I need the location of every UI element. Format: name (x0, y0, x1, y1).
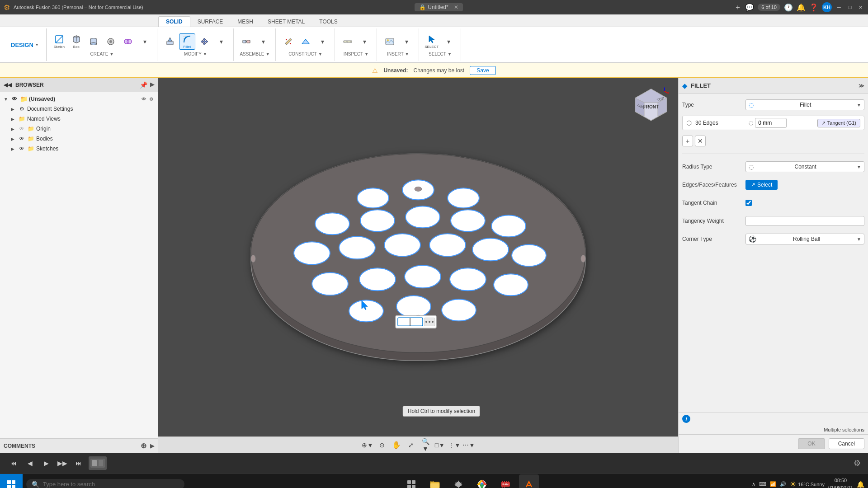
close-button[interactable]: ✕ (857, 4, 864, 11)
cylinder-icon[interactable] (85, 33, 102, 50)
taskbar-file-explorer[interactable] (425, 474, 445, 488)
fillet-radius-type-dropdown[interactable]: ◌ Constant ▼ (745, 161, 864, 172)
svg-point-67 (432, 321, 434, 323)
tab-surface[interactable]: SURFACE (190, 17, 231, 27)
skip-start-button[interactable]: ⏮ (7, 457, 20, 469)
tab-sheet-metal[interactable]: SHEET METAL (260, 17, 312, 27)
tree-item-bodies[interactable]: ▶ 👁 📁 Bodies (0, 134, 158, 144)
comments-expand-icon[interactable]: ▶ (150, 443, 154, 449)
maximize-button[interactable]: □ (846, 4, 854, 11)
add-tab-icon[interactable]: ＋ (734, 3, 741, 12)
notification-icon[interactable]: 🔔 (797, 3, 806, 12)
search-input[interactable] (43, 481, 179, 488)
move-icon[interactable] (196, 33, 212, 50)
chat-icon[interactable]: 💬 (745, 3, 754, 12)
minimize-button[interactable]: ─ (835, 4, 843, 11)
cancel-button[interactable]: Cancel (829, 438, 864, 449)
plane-icon[interactable] (297, 33, 314, 50)
fit-icon[interactable]: ⤢ (405, 439, 417, 451)
save-button[interactable]: Save (470, 66, 495, 75)
construct-more-icon[interactable]: ▾ (315, 33, 331, 50)
design-dropdown-button[interactable]: DESIGN ▼ (7, 40, 42, 50)
select-icon[interactable]: SELECT (424, 33, 440, 50)
tree-action-more[interactable]: ⚙ (148, 96, 154, 102)
help-icon[interactable]: ❓ (809, 3, 818, 12)
tangent-chain-checkbox[interactable] (745, 200, 752, 206)
pan-capture-icon[interactable]: ⊙ (376, 439, 388, 451)
measure-icon[interactable] (280, 33, 297, 50)
folder-icon-sketches: 📁 (27, 145, 34, 152)
tab-mesh[interactable]: MESH (230, 17, 260, 27)
step-back-button[interactable]: ◀ (24, 457, 36, 469)
joint-icon[interactable] (238, 33, 255, 50)
fillet-corner-type-dropdown[interactable]: ⚽ Rolling Ball ▼ (745, 234, 864, 244)
tree-item-origin[interactable]: ▶ 👁 📁 Origin (0, 124, 158, 134)
close-tab-icon[interactable]: ✕ (454, 4, 458, 10)
tree-item-named-views[interactable]: ▶ 📁 Named Views (0, 114, 158, 124)
assemble-more-icon[interactable]: ▾ (255, 33, 272, 50)
animation-frame-icon (89, 456, 107, 470)
image-insert-icon[interactable] (382, 33, 398, 50)
construct-group: ▾ CONSTRUCT ▼ (277, 28, 335, 61)
browser-expand-icon[interactable]: ▶ (150, 81, 154, 89)
add-comment-button[interactable]: ⊕ (141, 441, 146, 450)
fillet-type-dropdown[interactable]: ◌ Fillet ▼ (745, 99, 864, 110)
file-tab[interactable]: 🔒 Untitled* ✕ (415, 3, 462, 11)
taskbar-task-view[interactable] (401, 474, 421, 488)
environment-icon[interactable]: ⋯▼ (462, 439, 475, 451)
taskbar-fusion[interactable] (519, 474, 539, 488)
svg-point-43 (339, 236, 375, 259)
pan-icon[interactable]: ✋ (390, 439, 403, 451)
tab-tools[interactable]: TOOLS (312, 17, 344, 27)
tooltip-text: Hold Ctrl to modify selection (408, 408, 475, 414)
fillet-icon[interactable]: Fillet (179, 33, 195, 50)
tree-item-sketches[interactable]: ▶ 👁 📁 Sketches (0, 144, 158, 154)
settings-icon-right[interactable]: ⚙ (854, 458, 861, 468)
taskbar-chrome[interactable] (472, 474, 492, 488)
create-sketch-icon[interactable]: Sketch (51, 33, 67, 50)
tree-item-doc-settings[interactable]: ▶ ⚙ Document Settings (0, 104, 158, 114)
ok-button[interactable]: OK (798, 438, 825, 449)
step-forward-button[interactable]: ▶▶ (56, 457, 69, 469)
tab-solid[interactable]: SOLID (158, 16, 190, 27)
svg-rect-82 (7, 480, 11, 484)
modify-icon[interactable] (103, 33, 119, 50)
fillet-add-button[interactable]: + (682, 136, 693, 146)
viewport[interactable]: Hold Ctrl to modify selection FRONT TOP … (158, 78, 678, 453)
browser-pin-icon[interactable]: 📌 (140, 81, 147, 89)
create-dropdown-icon[interactable]: ▾ (137, 33, 153, 50)
grid-icon[interactable]: ⋮▼ (448, 439, 461, 451)
edges-icon: ⬡ (686, 119, 692, 127)
collapse-icon[interactable]: ◀◀ (4, 82, 12, 88)
ruler-icon[interactable] (340, 33, 356, 50)
tree-item-root[interactable]: ▼ 👁 📁 (Unsaved) 👁 ⚙ (0, 94, 158, 104)
notification-bell[interactable]: 🔔 (857, 481, 864, 488)
tangency-weight-input[interactable]: 1.00 (745, 216, 864, 226)
user-avatar[interactable]: KH (822, 2, 832, 12)
taskbar-search[interactable]: 🔍 (26, 479, 184, 488)
zoom-icon[interactable]: 🔍▼ (419, 439, 432, 451)
modify-more-icon[interactable]: ▾ (213, 33, 230, 50)
fillet-remove-button[interactable]: ✕ (695, 136, 706, 146)
solid-box-icon[interactable]: Box (68, 33, 85, 50)
fillet-select-button[interactable]: ↗ Select (745, 180, 778, 190)
start-button[interactable] (0, 474, 23, 488)
combine-icon[interactable] (120, 33, 136, 50)
extrude-icon[interactable] (162, 33, 178, 50)
taskbar-settings[interactable] (448, 474, 468, 488)
skip-end-button[interactable]: ⏭ (72, 457, 85, 469)
select-more-icon[interactable]: ▾ (441, 33, 457, 50)
up-arrow-icon[interactable]: ∧ (752, 481, 755, 487)
tree-action-eye[interactable]: 👁 (141, 96, 147, 102)
system-clock[interactable]: 08:50 01/08/2021 (828, 477, 853, 488)
taskbar-ram[interactable]: RAM (495, 474, 515, 488)
view-cube[interactable]: FRONT TOP LEFT Z X (633, 87, 669, 123)
play-button[interactable]: ▶ (40, 457, 52, 469)
inspect-more-icon[interactable]: ▾ (357, 33, 373, 50)
fillet-info-row: i (679, 413, 868, 425)
insert-more-icon[interactable]: ▾ (399, 33, 415, 50)
radius-input[interactable] (755, 118, 787, 128)
display-mode-icon[interactable]: □▼ (434, 439, 446, 451)
fillet-expand-button[interactable]: ≫ (859, 83, 864, 89)
orbit-icon[interactable]: ⊕▼ (361, 439, 374, 451)
